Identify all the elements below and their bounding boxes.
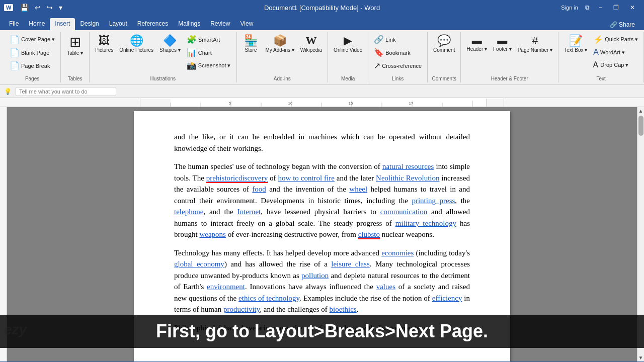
customize-quick-btn[interactable]: ▾ — [57, 3, 64, 13]
link-telephone[interactable]: telephone — [174, 208, 203, 216]
pictures-btn[interactable]: 🖼 Pictures — [93, 33, 116, 55]
link-prehistoricdiscovery[interactable]: prehistoricdiscovery — [206, 174, 268, 183]
text-box-btn[interactable]: 📝 Text Box ▾ — [561, 33, 590, 55]
screenshot-label: Screenshot ▾ — [198, 62, 231, 69]
ribbon-group-header-footer: ▬ Header ▾ ▬ Footer ▾ # Page Number ▾ He… — [461, 32, 558, 82]
ribbon-tabs: File Home Insert Design Layout Reference… — [0, 15, 644, 30]
comment-label: Comment — [433, 47, 455, 53]
redo-quick-btn[interactable]: ↪ — [45, 3, 55, 13]
link-efficiency[interactable]: efficiency — [432, 294, 462, 302]
link-ethics[interactable]: ethics of technology — [238, 294, 299, 302]
quick-parts-btn[interactable]: ⚡ Quick Parts ▾ — [591, 33, 640, 46]
footer-icon: ▬ — [497, 35, 507, 45]
tell-me-input[interactable] — [16, 87, 116, 96]
tab-review[interactable]: Review — [205, 18, 235, 30]
link-label: Link — [385, 37, 395, 43]
link-natural-resources[interactable]: natural resources — [382, 162, 434, 170]
tab-view[interactable]: View — [235, 18, 259, 30]
smartart-btn[interactable]: 🧩 SmartArt — [184, 33, 233, 46]
comment-icon: 💬 — [437, 35, 451, 46]
link-wheel[interactable]: wheel — [349, 185, 367, 193]
links-group-items: 🔗 Link 🔖 Bookmark ↗ Cross-reference — [371, 33, 424, 75]
link-weapons[interactable]: weapons — [199, 230, 226, 238]
wordart-btn[interactable]: A WordArt ▾ — [591, 46, 640, 58]
link-values[interactable]: values — [376, 283, 395, 291]
link-productivity[interactable]: productivity — [223, 305, 260, 313]
footer-label: Footer ▾ — [493, 46, 512, 52]
tab-design[interactable]: Design — [75, 18, 104, 30]
tab-home[interactable]: Home — [24, 18, 50, 30]
online-video-icon: ▶ — [344, 35, 352, 46]
scroll-up-arrow[interactable]: ▲ — [637, 107, 644, 115]
pages-group-items: 📄 Cover Page ▾ 📄 Blank Page 📄 Page Break — [7, 33, 57, 75]
ribbon-group-tables: ⊞ Table ▾ Tables — [61, 32, 90, 82]
online-video-btn[interactable]: ▶ Online Video — [331, 33, 365, 55]
link-military-technology[interactable]: military technology — [395, 219, 456, 227]
smartart-icon: 🧩 — [187, 35, 197, 44]
smartart-col: 🧩 SmartArt 📊 Chart 📸 Screenshot ▾ — [184, 33, 233, 72]
footer-btn[interactable]: ▬ Footer ▾ — [491, 33, 514, 54]
table-btn[interactable]: ⊞ Table ▾ — [64, 33, 86, 58]
scroll-down-arrow[interactable]: ▼ — [637, 354, 644, 361]
undo-quick-btn[interactable]: ↩ — [33, 3, 43, 13]
comments-group-label: Comments — [431, 75, 457, 81]
tab-references[interactable]: References — [132, 18, 173, 30]
restore-btn[interactable]: ❐ — [608, 2, 624, 13]
screenshot-btn[interactable]: 📸 Screenshot ▾ — [184, 59, 233, 72]
svg-rect-1 — [171, 99, 487, 107]
link-how-to-control-fire[interactable]: how to control fire — [278, 174, 334, 182]
para-2: Technology has many effects. It has help… — [174, 247, 470, 315]
link-economies[interactable]: economies — [381, 249, 414, 257]
share-btn[interactable]: 🔗 Share — [605, 19, 640, 30]
scroll-thumb[interactable] — [638, 116, 643, 136]
link-neolithic-revolution[interactable]: Neolithic Revolution — [376, 174, 439, 182]
link-global-economy[interactable]: global economy — [174, 260, 224, 268]
my-addins-label: My Add-ins ▾ — [266, 47, 294, 53]
store-btn[interactable]: 🏪 Store — [240, 33, 262, 55]
link-internet[interactable]: Internet — [237, 208, 261, 216]
cover-page-btn[interactable]: 📄 Cover Page ▾ — [7, 33, 57, 46]
link-clubsto[interactable]: clubsto — [358, 230, 380, 239]
tab-insert[interactable]: Insert — [50, 18, 75, 30]
page-number-btn[interactable]: # Page Number ▾ — [515, 33, 555, 55]
title-bar-left: W 💾 ↩ ↪ ▾ — [4, 3, 64, 13]
link-communication[interactable]: communication — [380, 208, 427, 216]
page-break-btn[interactable]: 📄 Page Break — [7, 59, 57, 72]
quick-parts-label: Quick Parts ▾ — [605, 36, 638, 43]
link-food[interactable]: food — [252, 185, 266, 193]
cross-reference-btn[interactable]: ↗ Cross-reference — [371, 59, 424, 72]
document-title: Document1 [Compatibility Mode] - Word — [264, 4, 380, 12]
link-environment[interactable]: environment — [207, 283, 245, 291]
ruler: 5 10 15 17 — [0, 98, 644, 107]
close-btn[interactable]: ✕ — [625, 2, 640, 13]
media-group-label: Media — [331, 75, 365, 81]
sign-in-btn[interactable]: Sign in — [558, 4, 581, 12]
page-number-icon: # — [532, 35, 538, 46]
link-leisure-class[interactable]: leisure class — [331, 260, 370, 268]
link-bioethics[interactable]: bioethics — [330, 305, 357, 313]
online-pictures-btn[interactable]: 🌐 Online Pictures — [117, 33, 156, 55]
tab-layout[interactable]: Layout — [104, 18, 132, 30]
save-quick-btn[interactable]: 💾 — [18, 3, 31, 13]
text-box-label: Text Box ▾ — [564, 47, 587, 53]
chart-btn[interactable]: 📊 Chart — [184, 46, 233, 59]
shapes-btn[interactable]: 🔷 Shapes ▾ — [157, 33, 183, 55]
page-break-label: Page Break — [21, 63, 50, 69]
blank-page-btn[interactable]: 📄 Blank Page — [7, 46, 57, 59]
tab-file[interactable]: File — [4, 18, 24, 30]
wordart-icon: A — [593, 48, 599, 57]
link-pollution[interactable]: pollution — [301, 272, 329, 280]
bookmark-btn[interactable]: 🔖 Bookmark — [371, 46, 424, 59]
ruler-inner: 5 10 15 17 — [140, 98, 504, 107]
tab-mailings[interactable]: Mailings — [173, 18, 205, 30]
header-btn[interactable]: ▬ Header ▾ — [464, 33, 490, 54]
comment-btn[interactable]: 💬 Comment — [431, 33, 457, 55]
my-addins-icon: 📦 — [273, 35, 287, 46]
wikipedia-btn[interactable]: W Wikipedia — [298, 33, 325, 55]
link-printing-press[interactable]: printing press — [412, 197, 455, 205]
minimize-btn[interactable]: − — [594, 2, 607, 13]
link-btn[interactable]: 🔗 Link — [371, 33, 424, 46]
drop-cap-btn[interactable]: Ꭺ Drop Cap ▾ — [591, 59, 640, 71]
my-addins-btn[interactable]: 📦 My Add-ins ▾ — [263, 33, 297, 55]
chart-icon: 📊 — [187, 48, 197, 57]
